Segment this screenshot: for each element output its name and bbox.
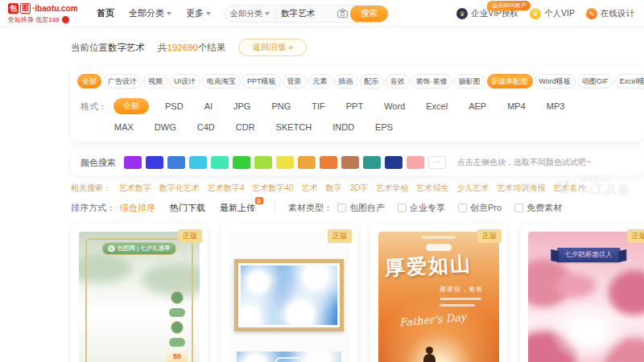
checkbox-icon	[458, 204, 467, 212]
format-option[interactable]: MAX	[114, 122, 134, 132]
result-card[interactable]: 正版 七夕鹊桥惠佳人 20 七夕良缘好礼	[520, 224, 644, 362]
category-pill[interactable]: 视频	[143, 74, 167, 88]
category-pill[interactable]: 广告设计	[103, 74, 142, 88]
format-option[interactable]: SKETCH	[276, 122, 312, 132]
category-pill[interactable]: Word模板	[535, 74, 576, 88]
poster-qixi-pink: 七夕鹊桥惠佳人 20 七夕良缘好礼	[528, 232, 644, 362]
search-bar: 全部分类 搜索	[224, 5, 389, 23]
related-search-link[interactable]: 艺术	[302, 183, 318, 194]
badge-shape	[169, 308, 185, 317]
category-pill[interactable]: UI设计	[169, 74, 200, 88]
search-input[interactable]	[276, 9, 334, 19]
result-card[interactable]: 正版 b 包图网 | 七夕礼遇季 50	[71, 224, 208, 362]
color-swatch[interactable]	[211, 156, 229, 169]
logo-domain: ·ibaotu.com	[32, 4, 78, 13]
format-option[interactable]: DWG	[155, 122, 176, 132]
format-option[interactable]: AI	[204, 101, 213, 111]
sort-option-newest[interactable]: 最新上传 新	[220, 202, 255, 214]
color-swatch[interactable]	[407, 156, 424, 169]
nav-all-categories[interactable]: 全部分类	[129, 7, 171, 19]
format-option[interactable]: JPG	[233, 101, 250, 111]
format-option[interactable]: PPT	[346, 101, 363, 111]
nav-home[interactable]: 首页	[97, 7, 114, 19]
nav-more[interactable]: 更多	[186, 7, 211, 19]
format-option[interactable]: Excel	[426, 101, 448, 111]
related-search-link[interactable]: 数字	[326, 183, 342, 194]
chevron-down-icon	[167, 12, 171, 15]
related-search-link[interactable]: 数字化艺术	[159, 183, 200, 194]
format-option[interactable]: INDD	[332, 122, 354, 132]
format-option[interactable]: AEP	[469, 101, 486, 111]
color-swatch[interactable]	[189, 156, 207, 169]
enterprise-crown-icon: ♛	[456, 8, 468, 19]
related-search-link[interactable]: 艺术学校	[376, 183, 408, 194]
color-swatch[interactable]	[254, 156, 272, 169]
more-colors-button[interactable]: ···	[428, 156, 446, 169]
color-swatch[interactable]	[298, 156, 316, 169]
format-option[interactable]: MP3	[547, 101, 565, 111]
category-pill[interactable]: 插画	[334, 74, 358, 88]
material-type-checkbox[interactable]: 免费素材	[514, 202, 562, 214]
licensed-badge: 正版	[328, 229, 352, 243]
color-swatch[interactable]	[385, 156, 402, 169]
related-search-link[interactable]: 少儿艺术	[456, 183, 489, 194]
related-search-link[interactable]: 3D字	[350, 183, 369, 194]
format-option[interactable]: 全部	[114, 98, 149, 114]
material-type-checkbox[interactable]: 包图自产	[337, 202, 385, 214]
format-option[interactable]: CDR	[236, 122, 255, 132]
color-swatch[interactable]	[320, 156, 337, 169]
related-search-link[interactable]: 艺术数字	[119, 183, 151, 194]
result-card[interactable]: 正版	[221, 224, 357, 362]
category-pill[interactable]: 配乐	[360, 74, 384, 88]
checkbox-icon	[398, 204, 407, 212]
category-pill[interactable]: 背景	[283, 74, 307, 88]
format-option[interactable]: MP4	[507, 101, 526, 111]
color-swatch[interactable]	[124, 156, 142, 169]
back-to-old-version-button[interactable]: 返回旧版 »	[238, 39, 307, 56]
category-pill[interactable]: 元素	[308, 74, 332, 88]
related-search-link[interactable]: 艺术数字40	[253, 183, 294, 194]
cloud-label-shape	[426, 244, 452, 251]
category-pill[interactable]: 装饰·装修	[411, 74, 452, 88]
category-pill[interactable]: 新媒体配图	[487, 74, 533, 88]
result-card[interactable]: 正版 厚爱如山 谢谢你，爸爸 Father's Day	[370, 224, 507, 362]
color-swatch[interactable]	[363, 156, 381, 169]
category-pill[interactable]: 全部	[77, 74, 101, 88]
color-swatch[interactable]	[276, 156, 294, 169]
material-type-checkbox[interactable]: 创意Pro	[458, 202, 502, 214]
category-pill[interactable]: Excel模板	[615, 74, 644, 88]
related-search-link[interactable]: 艺术招生	[416, 183, 448, 194]
format-option[interactable]: PSD	[165, 101, 184, 111]
format-option[interactable]: Word	[384, 101, 405, 111]
camera-icon[interactable]	[334, 9, 350, 18]
sort-option-popular[interactable]: 热门下载	[170, 202, 205, 214]
search-button[interactable]: 搜索	[350, 5, 388, 23]
related-search-link[interactable]: 艺术数字4	[208, 183, 245, 194]
personal-vip-link[interactable]: ♛ 个人VIP	[530, 8, 575, 19]
format-option[interactable]: PNG	[271, 101, 291, 111]
search-category-select[interactable]: 全部分类	[225, 8, 276, 19]
framed-sky-painting	[234, 259, 344, 331]
format-option[interactable]: TIF	[312, 101, 325, 111]
material-type-checkbox[interactable]: 企业专享	[398, 202, 445, 214]
sort-option-comprehensive[interactable]: 综合排序	[120, 202, 155, 214]
related-search-label: 相关搜索：	[71, 183, 111, 194]
category-pill[interactable]: 音效	[386, 74, 410, 88]
category-pill[interactable]: 摄影图	[454, 74, 485, 88]
format-row-2: MAX DWG C4D CDR SKETCH INDD EPS	[77, 122, 638, 132]
chevron-down-icon	[206, 12, 211, 15]
category-pill[interactable]: 电商淘宝	[202, 74, 241, 88]
category-pill[interactable]: PPT模板	[242, 74, 281, 88]
color-swatch[interactable]	[341, 156, 359, 169]
category-pill[interactable]: 动图GIF	[577, 74, 613, 88]
color-swatch[interactable]	[233, 156, 250, 169]
online-design-link[interactable]: ✎ 在线设计	[586, 8, 634, 19]
format-row-1: 格式： 全部 PSD AI JPG PNG TIF PPT Word Excel…	[77, 98, 638, 114]
format-option[interactable]: EPS	[375, 122, 393, 132]
format-option[interactable]: C4D	[197, 122, 215, 132]
ibaotu-logo[interactable]: 包 图 ·ibaotu.com 全站终身 低至188	[8, 3, 82, 24]
color-swatch[interactable]	[167, 156, 185, 169]
father-silhouette	[423, 354, 436, 362]
color-swatch[interactable]	[146, 156, 163, 169]
related-search-link[interactable]: 艺术培训海报	[497, 183, 545, 194]
